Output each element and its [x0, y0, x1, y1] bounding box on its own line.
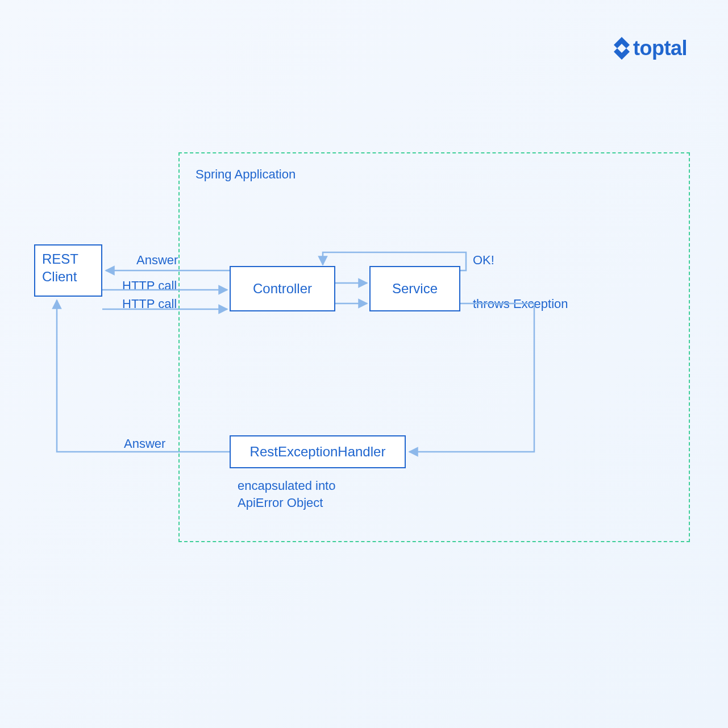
- node-controller: Controller: [230, 266, 335, 311]
- node-rest-client: REST Client: [34, 244, 102, 297]
- node-handler: RestExceptionHandler: [230, 435, 406, 468]
- edge-throws: throws Exception: [473, 297, 568, 311]
- brand-name: toptal: [633, 36, 687, 60]
- edge-answer-top: Answer: [136, 253, 178, 268]
- edge-http-call-2: HTTP call: [122, 297, 177, 311]
- edge-encapsulated: encapsulated into ApiError Object: [238, 477, 385, 511]
- edge-ok: OK!: [473, 253, 494, 268]
- node-controller-label: Controller: [253, 280, 312, 297]
- toptal-icon: [614, 37, 630, 60]
- brand-logo: toptal: [614, 36, 687, 60]
- edge-answer-bottom: Answer: [124, 436, 165, 451]
- node-rest-client-label: REST Client: [42, 250, 78, 285]
- node-service: Service: [369, 266, 460, 311]
- node-handler-label: RestExceptionHandler: [250, 443, 386, 460]
- edge-http-call-1: HTTP call: [122, 278, 177, 293]
- container-title: Spring Application: [195, 167, 296, 182]
- node-service-label: Service: [392, 280, 438, 297]
